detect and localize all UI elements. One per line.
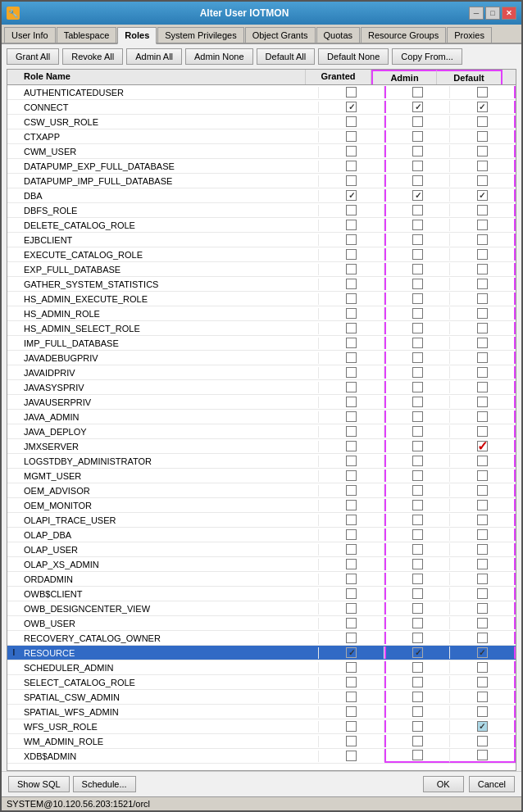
default-checkbox[interactable] <box>477 323 488 333</box>
admin-checkbox[interactable] <box>412 323 423 333</box>
table-row[interactable]: WFS_USR_ROLE <box>7 719 516 734</box>
admin-checkbox-cell[interactable] <box>384 691 450 703</box>
default-checkbox-cell[interactable] <box>450 219 516 231</box>
admin-checkbox-cell[interactable] <box>384 602 450 615</box>
close-button[interactable]: ✕ <box>502 7 516 20</box>
granted-checkbox[interactable] <box>346 220 357 230</box>
admin-all-button[interactable]: Admin All <box>126 48 182 65</box>
default-checkbox[interactable] <box>477 677 488 687</box>
tab-tablespace[interactable]: Tablespace <box>57 27 117 43</box>
admin-checkbox-cell[interactable] <box>384 543 450 556</box>
granted-checkbox[interactable] <box>346 706 357 717</box>
granted-checkbox[interactable] <box>346 131 357 142</box>
admin-checkbox[interactable] <box>412 161 423 171</box>
default-checkbox-cell[interactable] <box>450 573 516 585</box>
table-row[interactable]: XDB$ADMIN <box>7 749 516 764</box>
admin-checkbox-cell[interactable] <box>384 381 450 393</box>
table-row[interactable]: CWM_USER <box>7 144 516 159</box>
admin-checkbox-cell[interactable] <box>384 455 450 467</box>
granted-checkbox[interactable] <box>346 264 357 274</box>
admin-checkbox[interactable] <box>412 205 423 215</box>
default-checkbox-cell[interactable] <box>450 543 516 556</box>
granted-checkbox[interactable] <box>346 249 357 260</box>
default-checkbox[interactable] <box>477 352 488 363</box>
granted-checkbox[interactable] <box>346 677 357 687</box>
default-checkbox-cell[interactable] <box>450 116 516 128</box>
default-checkbox[interactable] <box>477 161 488 171</box>
granted-checkbox-cell[interactable] <box>319 248 384 261</box>
table-row[interactable]: EJBCLIENT <box>7 233 516 247</box>
granted-checkbox-cell[interactable] <box>319 632 384 644</box>
granted-checkbox-cell[interactable] <box>319 145 384 157</box>
default-checkbox-cell[interactable] <box>450 705 516 718</box>
default-checkbox-cell[interactable] <box>450 130 516 143</box>
admin-checkbox[interactable] <box>412 721 423 732</box>
default-checkbox-cell[interactable] <box>450 293 516 305</box>
table-row[interactable]: EXP_FULL_DATABASE <box>7 262 516 277</box>
default-checkbox[interactable] <box>477 411 488 422</box>
granted-checkbox-cell[interactable] <box>319 278 384 290</box>
granted-checkbox[interactable] <box>346 574 357 584</box>
default-checkbox[interactable] <box>477 146 488 157</box>
granted-checkbox-cell[interactable] <box>319 558 384 570</box>
admin-checkbox-cell[interactable] <box>384 234 450 246</box>
admin-checkbox[interactable] <box>412 647 423 658</box>
table-row[interactable]: EXECUTE_CATALOG_ROLE <box>7 247 516 262</box>
ok-button[interactable]: OK <box>423 776 464 792</box>
default-checkbox[interactable] <box>477 662 488 673</box>
admin-checkbox[interactable] <box>412 706 423 717</box>
table-row[interactable]: SELECT_CATALOG_ROLE <box>7 675 516 690</box>
admin-checkbox-cell[interactable] <box>384 661 450 674</box>
admin-checkbox-cell[interactable] <box>384 499 450 511</box>
admin-checkbox[interactable] <box>412 338 423 348</box>
admin-checkbox[interactable] <box>412 426 423 437</box>
admin-checkbox[interactable] <box>412 264 423 274</box>
default-checkbox[interactable] <box>477 750 488 760</box>
tab-object-grants[interactable]: Object Grants <box>245 27 316 43</box>
tab-system-privileges[interactable]: System Privileges <box>157 27 243 43</box>
granted-checkbox-cell[interactable] <box>319 661 384 674</box>
table-row[interactable]: JAVADEBUGPRIV <box>7 351 516 365</box>
default-checkbox-cell[interactable] <box>450 484 516 497</box>
admin-checkbox[interactable] <box>412 750 423 760</box>
default-checkbox-cell[interactable] <box>450 440 516 452</box>
default-checkbox[interactable] <box>477 220 488 230</box>
default-checkbox[interactable] <box>477 500 488 510</box>
granted-checkbox[interactable] <box>346 633 357 643</box>
default-checkbox[interactable] <box>477 633 488 643</box>
granted-checkbox-cell[interactable] <box>319 705 384 718</box>
granted-checkbox-cell[interactable] <box>319 514 384 526</box>
default-checkbox[interactable] <box>477 116 488 127</box>
admin-checkbox-cell[interactable] <box>384 587 450 600</box>
default-checkbox-cell[interactable] <box>450 411 516 423</box>
granted-checkbox[interactable] <box>346 515 357 525</box>
admin-checkbox[interactable] <box>412 603 423 614</box>
granted-checkbox-cell[interactable] <box>319 646 384 659</box>
granted-checkbox-cell[interactable] <box>319 307 384 320</box>
default-checkbox-cell[interactable] <box>450 691 516 703</box>
default-checkbox[interactable] <box>477 87 488 98</box>
admin-checkbox[interactable] <box>412 559 423 569</box>
granted-checkbox[interactable] <box>346 500 357 510</box>
default-checkbox[interactable] <box>477 175 488 186</box>
default-checkbox[interactable] <box>477 234 488 245</box>
granted-checkbox[interactable] <box>346 751 357 761</box>
table-row[interactable]: LOGSTDBY_ADMINISTRATOR <box>7 454 516 469</box>
admin-checkbox-cell[interactable] <box>384 101 450 113</box>
granted-checkbox-cell[interactable] <box>319 204 384 216</box>
granted-checkbox-cell[interactable] <box>319 720 384 733</box>
granted-checkbox[interactable] <box>346 470 357 481</box>
default-checkbox-cell[interactable] <box>450 514 516 526</box>
default-checkbox[interactable] <box>477 692 488 702</box>
admin-checkbox-cell[interactable] <box>384 528 450 541</box>
admin-checkbox-cell[interactable] <box>384 307 450 320</box>
granted-checkbox[interactable] <box>346 618 357 628</box>
admin-checkbox-cell[interactable] <box>384 175 450 187</box>
granted-checkbox-cell[interactable] <box>319 189 384 202</box>
granted-checkbox-cell[interactable] <box>319 366 384 379</box>
granted-checkbox[interactable] <box>346 411 357 422</box>
tab-proxies[interactable]: Proxies <box>447 27 492 43</box>
granted-checkbox[interactable] <box>346 662 357 673</box>
granted-checkbox[interactable] <box>346 234 357 245</box>
default-checkbox-cell[interactable] <box>450 101 516 113</box>
